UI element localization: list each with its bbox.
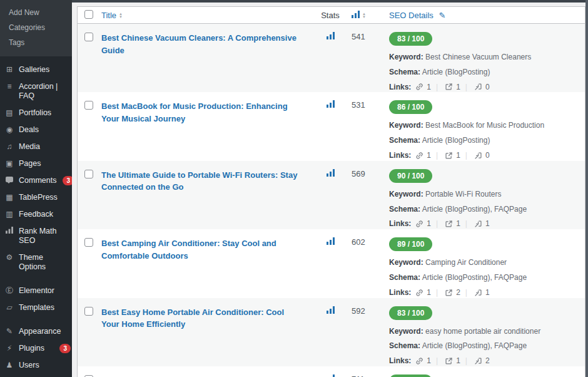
links-label: Links:	[389, 219, 411, 229]
sidebar-item-media[interactable]: ♫Media	[0, 138, 72, 155]
separator: |	[465, 356, 467, 366]
sidebar-item-label: Templates	[19, 303, 71, 312]
seo-score-badge: 83 / 100	[389, 306, 432, 320]
sidebar-subitem-categories[interactable]: Categories	[0, 20, 72, 35]
sort-arrows-icon[interactable]: ▲▼	[119, 13, 123, 19]
stats-chart-icon[interactable]	[327, 374, 335, 377]
keyword-value: Portable Wi-Fi Routers	[425, 190, 501, 199]
schema-label: Schema:	[389, 341, 420, 350]
sidebar-subitem-tags[interactable]: Tags	[0, 35, 72, 50]
select-row-checkbox[interactable]	[84, 238, 93, 247]
sidebar-item-portfolios[interactable]: ▤Portfolios	[0, 105, 72, 121]
stats-column-header: Stats	[321, 11, 340, 20]
external-links-count: 1	[456, 219, 460, 229]
sidebar-item-elementor[interactable]: ⒺElementor	[0, 282, 72, 299]
select-all-checkbox[interactable]	[84, 10, 93, 19]
schema-label: Schema:	[389, 68, 420, 76]
keyword-line: Keyword: Portable Wi-Fi Routers	[389, 189, 579, 200]
sidebar-item-deals[interactable]: ◉Deals	[0, 121, 72, 138]
seo-score-badge: 86 / 100	[389, 100, 432, 114]
sidebar-item-label: Theme Options	[19, 253, 71, 272]
deals-icon: ◉	[4, 125, 14, 134]
separator: |	[436, 219, 438, 229]
sidebar-item-label: Portfolios	[19, 108, 71, 118]
schema-value: Article (BlogPosting), FAQPage	[422, 273, 527, 282]
sidebar-item-rank-math-seo[interactable]: Rank Math SEO	[0, 223, 72, 249]
incoming-links-count: 2	[485, 356, 490, 366]
gear-icon: ⚙	[4, 253, 14, 262]
select-row-checkbox[interactable]	[84, 170, 93, 178]
links-label: Links:	[389, 150, 411, 161]
sidebar-item-galleries[interactable]: ⊞Galleries	[0, 61, 72, 78]
select-row-checkbox[interactable]	[84, 101, 93, 110]
sidebar-item-tablepress[interactable]: ▦TablePress	[0, 189, 72, 206]
stats-chart-icon[interactable]	[327, 169, 335, 178]
sidebar-item-label: Galleries	[19, 65, 71, 75]
internal-links-count: 1	[427, 287, 431, 298]
views-column-header-chart-icon[interactable]	[352, 11, 360, 20]
comments-icon	[4, 177, 14, 183]
post-title-link[interactable]: Best Vlogging Cameras Under 200 USD	[101, 374, 253, 377]
media-icon: ♫	[4, 142, 14, 151]
internal-links-count: 1	[427, 219, 431, 229]
internal-link-icon	[415, 220, 423, 228]
sidebar-item-appearance[interactable]: ✎Appearance	[0, 323, 72, 340]
select-row-checkbox[interactable]	[84, 33, 93, 41]
post-title-link[interactable]: Best Camping Air Conditioner: Stay Cool …	[101, 237, 300, 262]
templates-icon: ▱	[4, 303, 14, 312]
sort-by-title[interactable]: Title	[101, 11, 116, 20]
table-row: Best MacBook for Music Production: Enhan…	[78, 92, 585, 160]
external-link-icon	[445, 357, 453, 365]
external-links-count: 1	[456, 150, 460, 161]
seo-details-column-header[interactable]: SEO Details	[389, 11, 433, 20]
sidebar-item-comments[interactable]: Comments3	[0, 172, 72, 189]
sidebar-item-accordion-faq[interactable]: ≡Accordion | FAQ	[0, 78, 72, 105]
views-count: 541	[352, 24, 389, 92]
keyword-value: easy home portable air conditioner	[425, 327, 540, 336]
stats-chart-icon[interactable]	[327, 32, 335, 41]
internal-link-icon	[415, 83, 423, 91]
schema-line: Schema: Article (BlogPosting), FAQPage	[389, 204, 579, 215]
table-header-row: Title▲▼ Stats ▲▼ SEO Details ✎	[78, 7, 585, 24]
separator: |	[465, 82, 467, 93]
sidebar-item-templates[interactable]: ▱Templates	[0, 299, 72, 316]
incoming-link-icon	[474, 152, 482, 160]
vertical-scrollbar[interactable]	[585, 0, 588, 377]
separator: |	[465, 150, 467, 161]
tablepress-icon: ▦	[4, 193, 14, 202]
table-row: The Ultimate Guide to Portable Wi-Fi Rou…	[78, 161, 585, 229]
sort-arrows-icon[interactable]: ▲▼	[362, 13, 366, 19]
sidebar-item-users[interactable]: ♟Users	[0, 357, 72, 374]
sidebar-item-label: Feedback	[19, 210, 71, 219]
stats-chart-icon[interactable]	[327, 306, 335, 316]
incoming-link-icon	[474, 83, 482, 91]
seo-score-badge: 83 / 100	[389, 32, 432, 46]
admin-sidebar: Add NewCategoriesTags ⊞Galleries≡Accordi…	[0, 0, 72, 377]
post-title-link[interactable]: Best Easy Home Portable Air Conditioner:…	[101, 306, 300, 331]
stats-chart-icon[interactable]	[327, 100, 335, 110]
table-row: Best Vlogging Cameras Under 200 USD 711 …	[78, 366, 585, 377]
separator: |	[436, 356, 438, 366]
sidebar-item-plugins[interactable]: ⚡Plugins3	[0, 340, 72, 357]
post-title-link[interactable]: Best Chinese Vacuum Cleaners: A Comprehe…	[101, 32, 300, 56]
sidebar-item-label: Deals	[19, 125, 71, 135]
sidebar-item-tools[interactable]: ⚒Tools	[0, 374, 72, 377]
post-title-link[interactable]: Best MacBook for Music Production: Enhan…	[101, 100, 300, 125]
select-row-checkbox[interactable]	[84, 307, 93, 316]
sidebar-item-feedback[interactable]: ▥Feedback	[0, 206, 72, 223]
external-link-icon	[445, 220, 453, 228]
sidebar-subitem-add-new[interactable]: Add New	[0, 5, 72, 20]
feedback-icon: ▥	[4, 210, 14, 219]
count-badge: 3	[59, 344, 71, 353]
links-line: Links: 1 | 2 | 1	[389, 287, 579, 298]
edit-pencil-icon[interactable]: ✎	[438, 11, 445, 20]
keyword-value: Best MacBook for Music Production	[425, 121, 544, 130]
galleries-icon: ⊞	[4, 65, 14, 74]
post-title-link[interactable]: The Ultimate Guide to Portable Wi-Fi Rou…	[101, 169, 300, 194]
keyword-label: Keyword:	[389, 53, 423, 61]
stats-chart-icon[interactable]	[327, 237, 335, 247]
incoming-link-icon	[474, 289, 482, 297]
sidebar-item-pages[interactable]: ▣Pages	[0, 155, 72, 172]
internal-link-icon	[415, 357, 423, 365]
sidebar-item-theme-options[interactable]: ⚙Theme Options	[0, 249, 72, 276]
